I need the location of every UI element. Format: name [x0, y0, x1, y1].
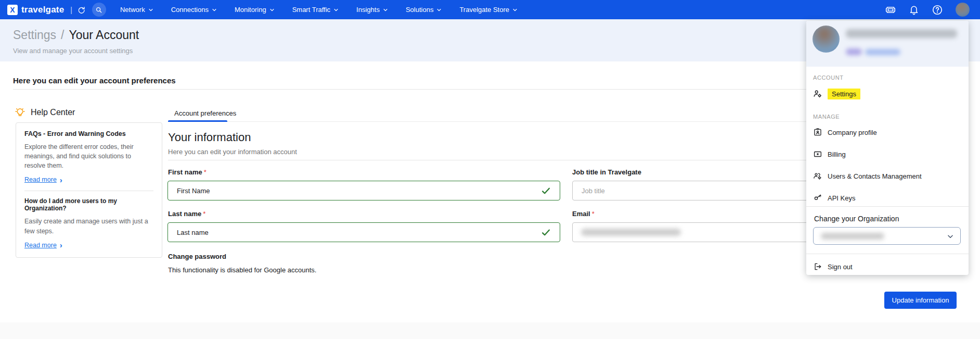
nav-item-travelgate-store[interactable]: Travelgate Store — [450, 0, 526, 19]
account-dropdown-panel: ACCOUNT Settings MANAGE — [806, 21, 969, 275]
user-badge-redacted — [846, 48, 862, 55]
organization-select[interactable] — [813, 227, 961, 245]
app-root: X travelgate | Network Connections — [0, 0, 980, 339]
divider — [806, 254, 969, 254]
avatar-blurred-image — [813, 26, 840, 53]
nav-item-insights[interactable]: Insights — [347, 0, 397, 19]
settings-person-icon — [813, 89, 822, 98]
help-article-title: FAQs - Error and Warning Codes — [24, 130, 153, 137]
last-name-field[interactable] — [167, 222, 560, 242]
section-label-manage: MANAGE — [813, 114, 840, 120]
footer-band — [0, 322, 980, 339]
active-tab-indicator — [168, 120, 227, 122]
chevron-down-icon — [947, 233, 954, 240]
nav-item-label: Insights — [356, 6, 380, 14]
nav-item-connections[interactable]: Connections — [162, 0, 226, 19]
breadcrumb: Settings / Your Account — [13, 28, 139, 42]
breadcrumb-settings[interactable]: Settings — [13, 28, 56, 42]
company-profile-icon — [813, 128, 822, 137]
nav-item-label: Connections — [171, 6, 209, 14]
first-name-label: First name* — [168, 168, 207, 176]
section-heading: Here you can edit your account preferenc… — [13, 76, 176, 85]
page-subtitle: View and manage your account settings — [13, 47, 133, 55]
menu-item-label: Sign out — [828, 263, 853, 271]
tab-account-preferences[interactable]: Account preferences — [168, 107, 242, 117]
nav-item-smart-traffic[interactable]: Smart Traffic — [283, 0, 347, 19]
first-name-field[interactable] — [167, 181, 560, 200]
last-name-label: Last name* — [168, 210, 205, 218]
change-organization-label: Change your Organization — [814, 215, 899, 223]
help-center-label: Help Center — [31, 108, 75, 117]
help-icon — [932, 4, 943, 16]
help-button[interactable] — [932, 4, 943, 16]
chevron-down-icon — [436, 7, 442, 12]
bell-icon — [909, 5, 919, 15]
users-contacts-icon — [813, 171, 822, 181]
menu-item-company-profile[interactable]: Company profile — [813, 125, 877, 140]
chevron-down-icon — [512, 7, 518, 12]
nav-item-monitoring[interactable]: Monitoring — [226, 0, 283, 19]
help-center-panel: FAQs - Error and Warning Codes Explore t… — [16, 122, 162, 258]
job-title-label: Job title in Travelgate — [572, 168, 641, 176]
page-title: Your Account — [69, 28, 139, 42]
nav-right-actions — [885, 3, 973, 17]
menu-item-label: API Keys — [828, 194, 855, 202]
nav-item-label: Travelgate Store — [459, 6, 509, 14]
nav-item-label: Solutions — [406, 6, 433, 14]
read-more-link[interactable]: Read more › — [24, 176, 62, 184]
nav-item-network[interactable]: Network — [111, 0, 162, 19]
help-article-body: Easily create and manage users with just… — [24, 217, 153, 235]
account-panel-header — [806, 21, 969, 67]
nav-item-label: Monitoring — [235, 6, 266, 14]
travelgate-connect-icon — [77, 6, 85, 14]
sign-out-icon — [813, 262, 822, 271]
update-information-button[interactable]: Update information — [884, 292, 957, 309]
help-article-body: Explore the different error codes, their… — [24, 142, 153, 170]
section-label-account: ACCOUNT — [813, 74, 844, 81]
form-subtitle: Here you can edit your information accou… — [168, 148, 297, 156]
help-article: FAQs - Error and Warning Codes Explore t… — [24, 130, 153, 184]
organization-value-redacted — [821, 233, 884, 240]
search-button[interactable] — [92, 3, 106, 17]
divider — [24, 191, 153, 191]
chevron-down-icon — [269, 7, 275, 12]
breadcrumb-separator: / — [61, 28, 64, 42]
api-key-icon — [813, 193, 822, 203]
user-name-redacted — [846, 29, 957, 38]
menu-item-label: Company profile — [828, 129, 877, 136]
search-icon — [95, 6, 102, 14]
ticket-button[interactable] — [885, 4, 896, 16]
help-center-title: Help Center — [15, 107, 75, 118]
menu-item-label: Settings — [828, 89, 860, 99]
change-password-label: Change password — [168, 253, 226, 260]
user-avatar[interactable] — [956, 3, 970, 17]
user-link-redacted[interactable] — [865, 49, 900, 55]
menu-item-api-keys[interactable]: API Keys — [813, 191, 855, 205]
billing-icon — [813, 149, 822, 159]
menu-item-sign-out[interactable]: Sign out — [813, 259, 853, 274]
menu-item-label: Users & Contacts Management — [828, 172, 922, 180]
help-article: How do I add more users to my Organizati… — [24, 197, 153, 249]
nav-item-solutions[interactable]: Solutions — [397, 0, 450, 19]
avatar — [813, 26, 840, 53]
email-label: Email* — [572, 210, 595, 218]
travelgate-logo[interactable]: X travelgate | — [7, 5, 85, 15]
read-more-label: Read more — [24, 242, 57, 249]
lightbulb-icon — [15, 107, 25, 118]
chevron-down-icon — [333, 7, 339, 12]
menu-item-billing[interactable]: Billing — [813, 147, 846, 161]
chevron-down-icon — [212, 7, 217, 12]
notifications-button[interactable] — [909, 5, 919, 15]
menu-item-label: Billing — [828, 150, 846, 158]
top-nav: X travelgate | Network Connections — [0, 0, 980, 19]
avatar-blurred-image — [956, 3, 970, 17]
menu-item-users-contacts[interactable]: Users & Contacts Management — [813, 169, 922, 183]
main-menu: Network Connections Monitoring Smart Tra… — [111, 0, 526, 19]
read-more-link[interactable]: Read more › — [24, 241, 62, 249]
menu-item-settings[interactable]: Settings — [813, 86, 860, 101]
chevron-down-icon — [148, 7, 153, 12]
change-password-note: This functionality is disabled for Googl… — [168, 266, 316, 274]
nav-item-label: Smart Traffic — [292, 6, 330, 14]
divider — [806, 206, 969, 207]
ticket-icon — [885, 4, 896, 16]
